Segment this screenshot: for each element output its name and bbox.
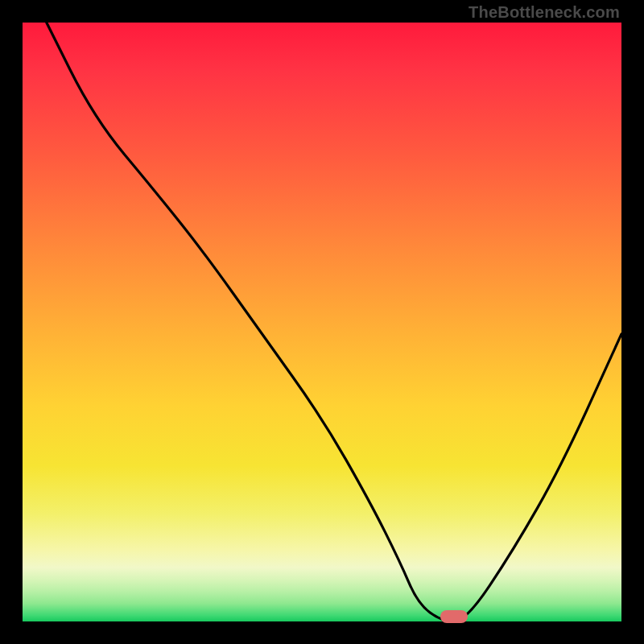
optimal-marker: [440, 610, 468, 623]
bottleneck-curve: [23, 23, 621, 621]
plot-area: [23, 23, 621, 621]
watermark-text: TheBottleneck.com: [469, 3, 620, 22]
chart-frame: TheBottleneck.com: [0, 0, 644, 644]
